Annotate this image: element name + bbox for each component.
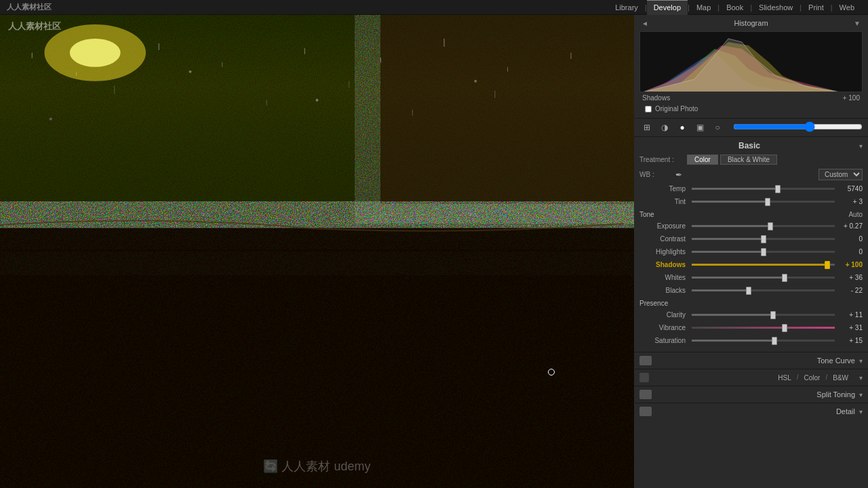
blacks-track[interactable] (692, 289, 835, 291)
svg-point-22 (189, 70, 192, 73)
blacks-value: - 22 (837, 287, 863, 294)
nav-web[interactable]: Web (833, 0, 861, 15)
highlights-thumb[interactable] (761, 248, 766, 256)
split-toning-icon (639, 390, 652, 399)
tone-label: Tone (639, 211, 654, 218)
tint-slider-row: Tint + 3 (639, 196, 863, 207)
treatment-row: Treatment : Color Black & White (639, 155, 863, 165)
detail-expand[interactable]: ▾ (859, 408, 863, 415)
shadows-info: Shadows + 100 (639, 92, 863, 104)
single-view-icon[interactable]: ● (675, 121, 690, 134)
nav-library[interactable]: Library (608, 0, 645, 15)
shadows-slider-value: + 100 (837, 261, 863, 268)
saturation-track[interactable] (692, 340, 835, 342)
temp-thumb[interactable] (775, 185, 781, 193)
temp-label: Temp (639, 185, 686, 192)
svg-rect-14 (507, 67, 508, 72)
svg-rect-10 (222, 62, 222, 67)
blacks-fill (692, 289, 749, 291)
svg-rect-18 (349, 81, 349, 88)
shadows-track[interactable] (692, 264, 835, 266)
view-mode-bar: ⊞ ◑ ● ▣ ○ (634, 119, 868, 137)
histogram-section: ◄ Histogram ▼ (634, 15, 868, 119)
contrast-thumb[interactable] (761, 235, 766, 243)
hsl-tab-bw[interactable]: B&W (830, 373, 851, 382)
temp-slider-row: Temp 5740 (639, 183, 863, 194)
hsl-panel[interactable]: HSL / Color / B&W ▾ (634, 369, 868, 386)
vibrance-thumb[interactable] (782, 324, 787, 332)
svg-rect-19 (412, 110, 413, 116)
survey-view-icon[interactable]: ▣ (692, 121, 707, 134)
exposure-track[interactable] (692, 225, 835, 227)
histogram-svg (640, 32, 862, 92)
wb-select[interactable]: Custom (818, 169, 863, 180)
compare-view-icon[interactable]: ◑ (657, 121, 672, 134)
contrast-label: Contrast (639, 235, 686, 243)
hsl-tab-color[interactable]: Color (802, 373, 823, 382)
color-treatment-btn[interactable]: Color (687, 155, 718, 165)
grid-view-icon[interactable]: ⊞ (639, 121, 654, 134)
clarity-track[interactable] (692, 314, 835, 316)
tint-thumb[interactable] (765, 198, 770, 206)
whites-fill (692, 277, 785, 279)
detail-title: Detail (656, 407, 855, 415)
whites-thumb[interactable] (782, 274, 787, 282)
highlights-slider-row: Highlights 0 (639, 246, 863, 257)
svg-rect-20 (494, 91, 495, 98)
tone-section-label: Tone Auto (639, 211, 863, 218)
image-viewer[interactable]: 人人素材社区 🔄 人人素材 udemy (0, 15, 634, 488)
tint-value: + 3 (837, 198, 863, 205)
original-photo-checkbox[interactable] (645, 106, 652, 113)
treatment-label: Treatment : (639, 156, 687, 163)
tint-track[interactable] (692, 201, 835, 203)
main-area: 人人素材社区 🔄 人人素材 udemy ◄ Histogram ▼ (0, 15, 868, 488)
highlights-value: 0 (837, 248, 863, 256)
blacks-thumb[interactable] (746, 287, 751, 295)
histogram-chart (639, 31, 863, 92)
nav-print[interactable]: Print (802, 0, 831, 15)
svg-rect-15 (571, 53, 572, 59)
zoom-range[interactable] (733, 121, 863, 132)
exposure-thumb[interactable] (768, 222, 773, 230)
shadows-thumb[interactable] (825, 261, 830, 269)
basic-title: Basic (738, 141, 760, 150)
nav-slideshow[interactable]: Slideshow (752, 0, 800, 15)
temp-track[interactable] (692, 188, 835, 190)
hsl-expand[interactable]: ▾ (859, 374, 863, 382)
zoom-slider[interactable] (733, 121, 863, 134)
vibrance-track[interactable] (692, 327, 835, 329)
tone-auto-btn[interactable]: Auto (848, 211, 863, 218)
split-toning-expand[interactable]: ▾ (859, 391, 863, 399)
nav-develop[interactable]: Develop (647, 0, 688, 15)
svg-rect-17 (267, 100, 267, 106)
nav-book[interactable]: Book (719, 0, 750, 15)
contrast-track[interactable] (692, 238, 835, 240)
filmstrip-icon[interactable]: ○ (710, 121, 725, 134)
original-photo-row: Original Photo (639, 104, 863, 114)
histogram-settings[interactable]: ▼ (852, 18, 863, 28)
clarity-fill (692, 314, 773, 316)
saturation-thumb[interactable] (772, 337, 777, 345)
split-toning-panel[interactable]: Split Toning ▾ (634, 386, 868, 403)
wb-dropper-icon[interactable]: ✒ (673, 169, 684, 180)
detail-panel[interactable]: Detail ▾ (634, 403, 868, 420)
saturation-label: Saturation (639, 337, 686, 344)
presence-label: Presence (639, 300, 668, 307)
basic-panel-arrow[interactable]: ▾ (859, 142, 863, 150)
basic-panel-header: Basic ▾ (639, 141, 863, 150)
histogram-shadow-clip[interactable]: ◄ (639, 18, 650, 28)
saturation-slider-row: Saturation + 15 (639, 335, 863, 346)
tone-curve-panel[interactable]: Tone Curve ▾ (634, 352, 868, 369)
nav-map[interactable]: Map (690, 0, 717, 15)
clarity-thumb[interactable] (770, 311, 776, 319)
whites-track[interactable] (692, 277, 835, 279)
contrast-slider-row: Contrast 0 (639, 233, 863, 244)
highlights-track[interactable] (692, 251, 835, 253)
app-logo: 人人素材社区 (7, 2, 52, 12)
hsl-tab-hsl[interactable]: HSL (775, 373, 793, 382)
top-navigation: 人人素材社区 Library | Develop | Map | Book | … (0, 0, 868, 15)
bw-treatment-btn[interactable]: Black & White (720, 155, 777, 165)
tone-curve-expand[interactable]: ▾ (859, 357, 863, 365)
logo-top: 人人素材社区 (8, 20, 61, 33)
cursor-indicator (548, 369, 555, 375)
